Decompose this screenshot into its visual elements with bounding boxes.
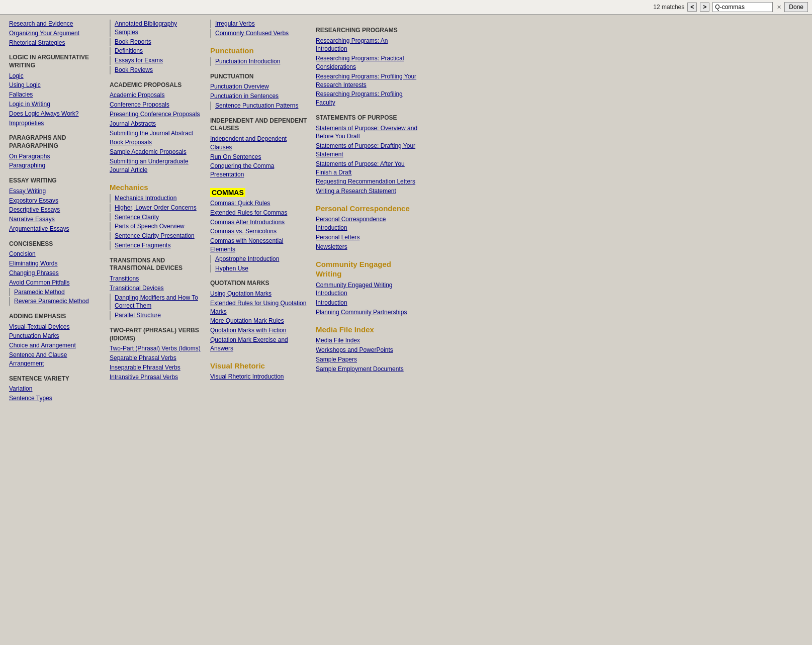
link-researching-intro[interactable]: Researching Programs: An Introduction	[316, 37, 418, 54]
link-reverse-paramedic[interactable]: Reverse Paramedic Method	[9, 297, 102, 306]
link-sentence-clause-arrangement[interactable]: Sentence And Clause Arrangement	[9, 351, 102, 368]
link-submitting-undergrad[interactable]: Submitting an Undergraduate Journal Arti…	[110, 157, 202, 174]
prev-match-button[interactable]: <	[687, 3, 697, 12]
done-button[interactable]: Done	[784, 2, 808, 12]
link-essay-writing[interactable]: Essay Writing	[9, 187, 102, 196]
link-personal-letters[interactable]: Personal Letters	[316, 233, 418, 242]
link-newsletters[interactable]: Newsletters	[316, 243, 418, 251]
link-requesting-rec[interactable]: Requesting Recommendation Letters	[316, 177, 418, 186]
link-researching-practical[interactable]: Researching Programs: Practical Consider…	[316, 54, 418, 71]
link-run-on[interactable]: Run On Sentences	[210, 153, 308, 161]
link-sample-employment[interactable]: Sample Employment Documents	[316, 365, 418, 374]
link-commas-vs-semicolons[interactable]: Commas vs. Semicolons	[210, 227, 308, 236]
link-fallacies[interactable]: Fallacies	[9, 90, 102, 99]
link-extended-quotation[interactable]: Extended Rules for Using Quotation Marks	[210, 299, 308, 316]
link-paramedic-method[interactable]: Paramedic Method	[9, 288, 102, 297]
link-higher-lower[interactable]: Higher, Lower Order Concerns	[110, 204, 202, 212]
link-annotated-bib[interactable]: Annotated Bibliography Samples	[110, 20, 202, 37]
link-improprieties[interactable]: Improprieties	[9, 119, 102, 128]
link-quotation-exercise[interactable]: Quotation Mark Exercise and Answers	[210, 336, 308, 353]
link-book-proposals[interactable]: Book Proposals	[110, 138, 202, 147]
link-commas-after-intro[interactable]: Commas After Introductions	[210, 218, 308, 227]
link-definitions[interactable]: Definitions	[110, 47, 202, 55]
link-changing-phrases[interactable]: Changing Phrases	[9, 269, 102, 278]
link-sentence-fragments[interactable]: Sentence Fragments	[110, 241, 202, 250]
link-journal-abstracts[interactable]: Journal Abstracts	[110, 120, 202, 128]
link-avoid-pitfalls[interactable]: Avoid Common Pitfalls	[9, 279, 102, 287]
link-argumentative[interactable]: Argumentative Essays	[9, 225, 102, 233]
link-visual-rhetoric-intro[interactable]: Visual Rhetoric Introduction	[210, 373, 308, 381]
link-punctuation-sentences[interactable]: Punctuation in Sentences	[210, 92, 308, 101]
link-does-logic-work[interactable]: Does Logic Always Work?	[9, 110, 102, 118]
link-more-quotation[interactable]: More Quotation Mark Rules	[210, 317, 308, 325]
link-separable-phrasal[interactable]: Separable Phrasal Verbs	[110, 354, 202, 362]
link-sentence-clarity-pres[interactable]: Sentence Clarity Presentation	[110, 232, 202, 240]
link-commas-nonessential[interactable]: Commas with Nonessential Elements	[210, 237, 308, 254]
link-hyphen-use[interactable]: Hyphen Use	[210, 264, 308, 273]
link-sop-overview[interactable]: Statements of Purpose: Overview and Befo…	[316, 124, 418, 141]
link-sop-drafting[interactable]: Statements of Purpose: Drafting Your Sta…	[316, 142, 418, 159]
link-sample-papers[interactable]: Sample Papers	[316, 355, 418, 364]
link-researching-profiling-interests[interactable]: Researching Programs: Profiling Your Res…	[316, 72, 418, 89]
link-intransitive-phrasal[interactable]: Intransitive Phrasal Verbs	[110, 373, 202, 382]
link-on-paragraphs[interactable]: On Paragraphs	[9, 152, 102, 161]
next-match-button[interactable]: >	[700, 3, 709, 12]
link-expository[interactable]: Expository Essays	[9, 197, 102, 205]
link-submitting-journal[interactable]: Submitting the Journal Abstract	[110, 129, 202, 138]
link-variation[interactable]: Variation	[9, 385, 102, 393]
link-sentence-clarity[interactable]: Sentence Clarity	[110, 213, 202, 222]
link-mechanics-intro[interactable]: Mechanics Introduction	[110, 194, 202, 203]
link-extended-rules-commas[interactable]: Extended Rules for Commas	[210, 209, 308, 217]
link-sentence-punctuation-patterns[interactable]: Sentence Punctuation Patterns	[210, 102, 308, 110]
link-punctuation-intro[interactable]: Punctuation Introduction	[210, 57, 308, 66]
link-irregular-verbs[interactable]: Irregular Verbs	[210, 20, 308, 28]
link-punctuation-marks[interactable]: Punctuation Marks	[9, 332, 102, 340]
link-logic-in-writing[interactable]: Logic in Writing	[9, 100, 102, 109]
link-sop-after-draft[interactable]: Statements of Purpose: After You Finish …	[316, 160, 418, 177]
link-rhetorical-strategies[interactable]: Rhetorical Strategies	[9, 39, 102, 47]
link-confused-verbs[interactable]: Commonly Confused Verbs	[210, 29, 308, 38]
link-researching-faculty[interactable]: Researching Programs: Profiling Faculty	[316, 90, 418, 107]
link-introduction[interactable]: Introduction	[316, 299, 418, 307]
link-planning-community[interactable]: Planning Community Partnerships	[316, 308, 418, 317]
link-visual-textual[interactable]: Visual-Textual Devices	[9, 323, 102, 331]
link-descriptive[interactable]: Descriptive Essays	[9, 206, 102, 214]
link-commas-quick[interactable]: Commas: Quick Rules	[210, 199, 308, 208]
clear-search-icon[interactable]: ✕	[777, 4, 781, 11]
link-community-intro[interactable]: Community Engaged Writing Introduction	[316, 281, 418, 298]
link-using-logic[interactable]: Using Logic	[9, 81, 102, 89]
search-input[interactable]	[712, 2, 773, 12]
link-media-file-index[interactable]: Media File Index	[316, 336, 418, 345]
link-parts-of-speech[interactable]: Parts of Speech Overview	[110, 222, 202, 231]
link-apostrophe-intro[interactable]: Apostrophe Introduction	[210, 255, 308, 263]
link-logic[interactable]: Logic	[9, 72, 102, 80]
link-academic-proposals[interactable]: Academic Proposals	[110, 91, 202, 100]
link-concision[interactable]: Concision	[9, 250, 102, 258]
link-research-evidence[interactable]: Research and Evidence	[9, 20, 102, 28]
link-transitions[interactable]: Transitions	[110, 274, 202, 283]
link-narrative[interactable]: Narrative Essays	[9, 215, 102, 224]
link-using-quotation[interactable]: Using Quotation Marks	[210, 290, 308, 298]
link-book-reviews[interactable]: Book Reviews	[110, 66, 202, 74]
link-sentence-types[interactable]: Sentence Types	[9, 394, 102, 403]
link-conquering-comma[interactable]: Conquering the Comma Presentation	[210, 162, 308, 179]
link-two-part-phrasal[interactable]: Two-Part (Phrasal) Verbs (Idioms)	[110, 344, 202, 353]
link-essays-for-exams[interactable]: Essays for Exams	[110, 56, 202, 65]
link-independent-dependent[interactable]: Independent and Dependent Clauses	[210, 135, 308, 152]
link-book-reports[interactable]: Book Reports	[110, 38, 202, 46]
link-research-statement[interactable]: Writing a Research Statement	[316, 187, 418, 196]
link-choice-arrangement[interactable]: Choice and Arrangement	[9, 341, 102, 350]
link-organizing-argument[interactable]: Organizing Your Argument	[9, 29, 102, 38]
link-conference-proposals[interactable]: Conference Proposals	[110, 101, 202, 109]
link-quotation-fiction[interactable]: Quotation Marks with Fiction	[210, 326, 308, 335]
link-punctuation-overview[interactable]: Punctuation Overview	[210, 82, 308, 91]
link-parallel-structure[interactable]: Parallel Structure	[110, 311, 202, 320]
link-paragraphing[interactable]: Paragraphing	[9, 161, 102, 170]
link-workshops[interactable]: Workshops and PowerPoints	[316, 346, 418, 354]
link-dangling-modifiers[interactable]: Dangling Modifiers and How To Correct Th…	[110, 294, 202, 311]
link-eliminating-words[interactable]: Eliminating Words	[9, 259, 102, 268]
link-sample-academic[interactable]: Sample Academic Proposals	[110, 148, 202, 156]
link-transitional-devices[interactable]: Transitional Devices	[110, 284, 202, 293]
link-personal-corr-intro[interactable]: Personal Correspondence Introduction	[316, 215, 418, 232]
link-presenting-conference[interactable]: Presenting Conference Proposals	[110, 110, 202, 119]
